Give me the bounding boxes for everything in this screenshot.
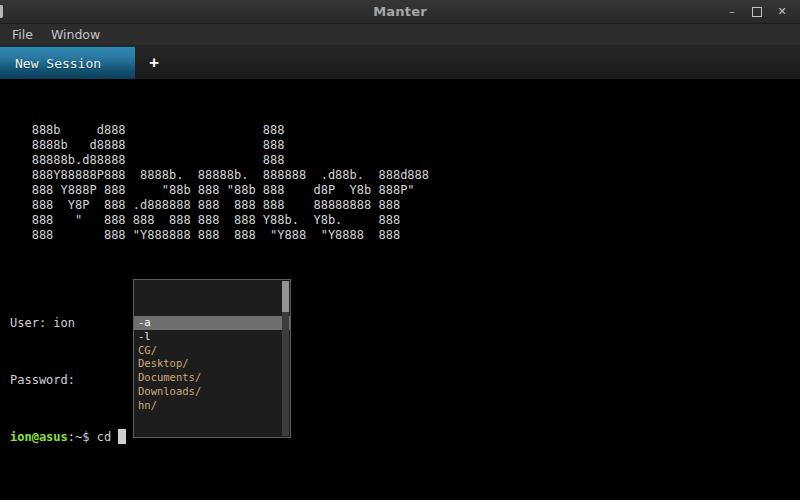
menu-item-file[interactable]: File <box>10 27 35 42</box>
menu-bar: File Window <box>0 24 800 46</box>
autocomplete-item[interactable]: -a <box>134 316 290 330</box>
prompt-command: cd <box>97 430 119 444</box>
prompt-line: ion@asus:~$ cd <box>10 428 800 447</box>
prompt-user-host: ion@asus <box>10 430 68 444</box>
autocomplete-item[interactable]: hn/ <box>134 399 282 413</box>
prompt-path-symbol: :~$ <box>68 430 97 444</box>
terminal-line-user: User: ion <box>10 314 800 333</box>
menu-item-window[interactable]: Window <box>49 27 102 42</box>
autocomplete-item[interactable]: Desktop/ <box>134 357 282 371</box>
terminal-line-password: Password: <box>10 371 800 390</box>
maximize-button[interactable] <box>749 4 765 20</box>
tab-bar: New Session + <box>0 46 800 79</box>
ascii-banner: 888b d888 888 8888b d8888 888 88888b.d88… <box>10 123 800 243</box>
terminal-output: User: ion Password: ion@asus:~$ cd <box>10 276 800 485</box>
title-bar[interactable]: Manter – ✕ <box>0 0 800 24</box>
autocomplete-item[interactable]: CG/ <box>134 344 282 358</box>
autocomplete-scrollbar[interactable] <box>282 281 289 436</box>
autocomplete-dropdown: -a-lCG/Desktop/Documents/Downloads/hn/ <box>133 279 291 438</box>
autocomplete-item[interactable]: Downloads/ <box>134 385 282 399</box>
window-controls: – ✕ <box>724 4 800 20</box>
maximize-icon <box>752 7 762 17</box>
new-tab-button[interactable]: + <box>135 46 173 79</box>
scrollbar-thumb[interactable] <box>282 281 289 312</box>
app-window: Manter – ✕ File Window New Session + 888… <box>0 0 800 500</box>
minimize-button[interactable]: – <box>724 4 740 20</box>
tab-new-session[interactable]: New Session <box>0 46 135 79</box>
autocomplete-item[interactable]: Documents/ <box>134 371 282 385</box>
window-title: Manter <box>0 4 800 19</box>
autocomplete-item[interactable]: -l <box>134 330 282 344</box>
terminal-cursor <box>118 429 126 444</box>
close-button[interactable]: ✕ <box>774 4 790 20</box>
terminal-area[interactable]: 888b d888 888 8888b d8888 888 88888b.d88… <box>0 79 800 500</box>
